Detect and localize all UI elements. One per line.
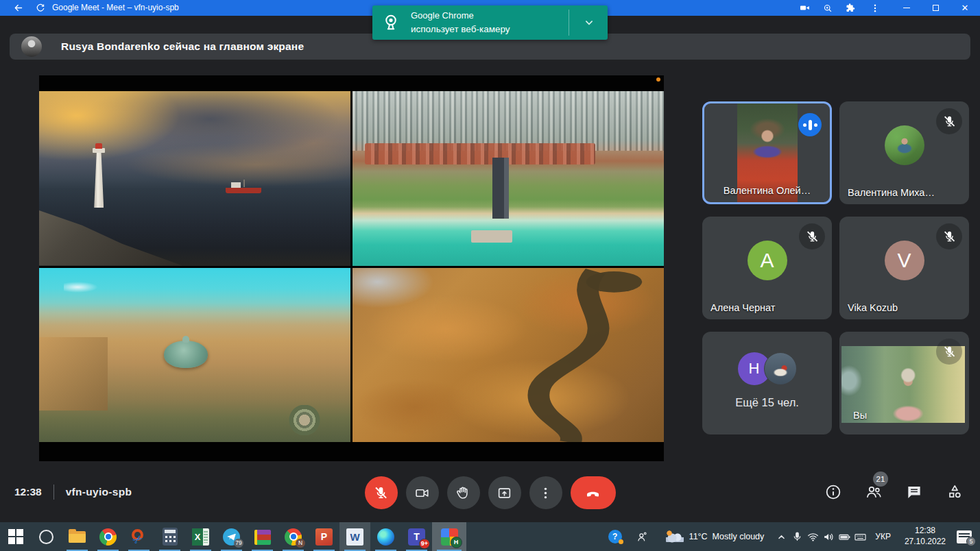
activities-button[interactable] — [946, 483, 964, 501]
calculator-taskbar-button[interactable] — [154, 522, 185, 551]
windows-logo-icon — [8, 529, 23, 544]
chevron-up-icon — [775, 530, 788, 543]
present-screen-button[interactable] — [488, 476, 521, 509]
action-center-icon — [959, 533, 970, 535]
microphone-tray-button[interactable] — [789, 530, 805, 543]
tugboat-hull — [226, 188, 261, 193]
presentation-stage[interactable] — [39, 75, 664, 461]
taskbar-date: 27.10.2022 — [905, 537, 946, 548]
chrome-taskbar-button[interactable] — [93, 522, 123, 551]
close-button[interactable]: ✕ — [957, 2, 973, 14]
keyboard-icon — [854, 530, 867, 543]
zoom-page-icon[interactable] — [822, 2, 833, 14]
meet-taskbar-button[interactable]: H — [432, 522, 466, 551]
overflow-participants-tile[interactable]: Н Ещё 15 чел. — [702, 332, 832, 434]
participant-tile-vika-kozub[interactable]: V Vika Kozub — [839, 217, 969, 319]
battery-icon — [838, 530, 851, 543]
participant-tile-valentina-mikha[interactable]: Валентина Миха… — [839, 101, 969, 204]
end-call-button[interactable] — [571, 476, 616, 509]
word-taskbar-button[interactable]: W — [339, 522, 370, 551]
photo-autumn-park — [352, 268, 664, 443]
meeting-code-label: vfn-uyio-spb — [66, 486, 132, 498]
notification-message: использует веб-камеру — [411, 23, 510, 36]
telegram-unread-badge: 79 — [234, 539, 243, 548]
teams-taskbar-button[interactable]: T9+ — [401, 522, 432, 551]
speaker-icon — [822, 530, 835, 543]
chrome-icon: N — [285, 528, 302, 546]
browser-menu-icon[interactable] — [869, 2, 881, 14]
webcam-notification[interactable]: Google Chrome использует веб-камеру — [372, 5, 608, 40]
extensions-puzzle-icon[interactable] — [844, 2, 856, 14]
webcam-icon — [381, 12, 401, 33]
people-tray-button[interactable] — [629, 522, 656, 551]
chrome-profile-taskbar-button[interactable]: N — [278, 522, 309, 551]
microphone-icon — [791, 530, 804, 543]
action-center-button[interactable]: 5 — [957, 530, 972, 543]
lighthouse-body — [94, 152, 104, 208]
participant-tile-alena-chernat[interactable]: A Алена Чернат — [702, 217, 832, 319]
excel-taskbar-button[interactable]: X — [185, 522, 216, 551]
meet-h-badge: H — [451, 537, 462, 548]
overflow-count-label: Ещё 15 чел. — [702, 396, 832, 409]
chevron-down-icon[interactable] — [582, 15, 597, 30]
minimize-button[interactable] — [898, 2, 915, 14]
more-options-button[interactable] — [529, 476, 562, 509]
excel-icon: X — [192, 528, 209, 546]
notification-count-badge: 5 — [966, 537, 976, 546]
cortana-search-button[interactable] — [31, 522, 62, 551]
network-tray-button[interactable] — [805, 530, 821, 543]
calculator-icon — [163, 528, 178, 546]
participant-count-badge: 21 — [873, 472, 888, 487]
weather-widget[interactable]: 11°C Mostly cloudy — [666, 530, 765, 543]
powerpoint-taskbar-button[interactable]: P — [309, 522, 339, 551]
participant-tile-valentina-oley[interactable]: Валентина Олей… — [702, 101, 832, 204]
back-icon[interactable] — [12, 2, 24, 14]
camera-permission-icon[interactable] — [799, 2, 811, 14]
cortana-icon — [39, 530, 53, 544]
chat-panel-button[interactable] — [905, 483, 923, 501]
window-title: Google Meet - Meet – vfn-uyio-spb — [52, 3, 179, 12]
touch-keyboard-button[interactable] — [852, 530, 868, 543]
show-hidden-icons-button[interactable] — [774, 530, 789, 543]
google-meet-icon: H — [441, 528, 458, 546]
system-tray: ? 11°C Mostly cloudy УКР 12:38 27.10.202… — [601, 522, 980, 551]
audio-bar — [814, 123, 817, 127]
telegram-taskbar-button[interactable]: 79 — [216, 522, 247, 551]
photo-pier-shape — [39, 182, 182, 265]
teams-icon: T9+ — [408, 528, 425, 546]
winrar-icon — [254, 530, 271, 545]
overflow-avatars: Н — [738, 352, 797, 385]
opera-cupola — [182, 336, 189, 343]
photo-city-aerial — [352, 91, 664, 266]
raise-hand-button[interactable] — [447, 476, 480, 509]
notification-app-name: Google Chrome — [411, 10, 510, 23]
participants-sidebar: Валентина Олей… Валентина Миха… A Алена … — [702, 101, 969, 434]
meeting-details-button[interactable] — [824, 483, 842, 501]
edge-taskbar-button[interactable] — [370, 522, 401, 551]
camera-toggle-button[interactable] — [406, 476, 439, 509]
taskbar-clock[interactable]: 12:38 27.10.2022 — [905, 526, 946, 547]
self-view-tile[interactable]: Вы — [839, 332, 969, 434]
language-indicator[interactable]: УКР — [875, 532, 891, 541]
start-button[interactable] — [0, 522, 31, 551]
opera-buildings-left — [39, 337, 108, 411]
mute-microphone-button[interactable] — [365, 476, 398, 509]
powerpoint-icon: P — [315, 528, 333, 546]
participant-letter-avatar: V — [885, 241, 924, 280]
battery-tray-button[interactable] — [837, 530, 852, 543]
presenter-avatar — [21, 36, 42, 57]
winrar-taskbar-button[interactable] — [247, 522, 278, 551]
participant-name: Vika Kozub — [848, 302, 898, 313]
city-red-roofs — [365, 143, 595, 164]
refresh-icon[interactable] — [34, 2, 46, 14]
file-explorer-taskbar-button[interactable] — [62, 522, 93, 551]
support-tray-button[interactable]: ? — [601, 522, 629, 551]
telegram-icon: 79 — [223, 528, 240, 546]
notification-text: Google Chrome использует веб-камеру — [411, 10, 510, 36]
volume-tray-button[interactable] — [821, 530, 837, 543]
participants-panel-button[interactable]: 21 — [865, 483, 883, 501]
call-controls — [365, 476, 616, 509]
avatar-letter: A — [760, 249, 774, 272]
maximize-button[interactable] — [927, 2, 944, 14]
snipping-tool-taskbar-button[interactable]: ✂ — [123, 522, 154, 551]
